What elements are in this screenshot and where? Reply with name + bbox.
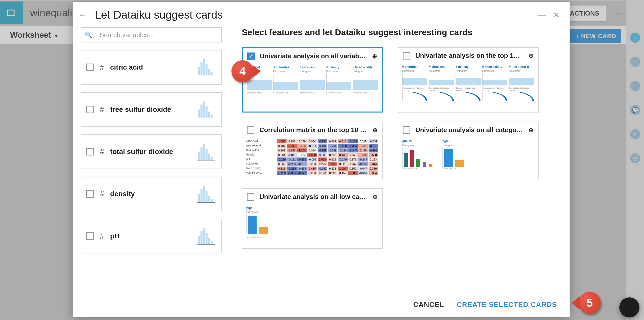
card-checkbox[interactable]: ✓: [247, 52, 255, 60]
svg-rect-21: [211, 157, 213, 160]
card-correlation-matrix[interactable]: Correlation matrix on the top 10 nu… ⊕ c…: [242, 122, 383, 179]
corr-cell: -0.060: [358, 171, 368, 175]
corr-cell: -0.206: [328, 144, 337, 148]
corr-cell: 0.532: [358, 153, 368, 157]
intercom-icon[interactable]: [619, 297, 639, 317]
corr-cell: 0.062: [328, 139, 337, 143]
corr-cell: 0.267: [348, 162, 358, 166]
corr-cell: -0.365: [348, 144, 358, 148]
corr-cell: 0.173: [348, 157, 358, 162]
magnify-icon[interactable]: ⊕: [373, 193, 378, 200]
corr-cell: 0.435: [307, 167, 317, 171]
svg-rect-26: [203, 186, 205, 202]
variable-item[interactable]: # citric acid: [81, 50, 222, 85]
variable-checkbox[interactable]: [86, 190, 94, 198]
close-icon[interactable]: ✕: [553, 11, 559, 19]
suggest-cards-modal: ← Let Dataiku suggest cards — ✕ 🔍 # citr…: [73, 2, 570, 317]
search-input[interactable]: [96, 31, 221, 39]
card-univariate-top10[interactable]: Univariate analysis on the top 10 n… ⊕ #…: [398, 47, 539, 113]
card-checkbox[interactable]: [403, 52, 410, 60]
svg-rect-13: [211, 115, 213, 118]
corr-cell: 0.267: [328, 171, 337, 175]
card-checkbox[interactable]: [247, 193, 254, 201]
minimize-icon[interactable]: —: [538, 11, 546, 19]
corr-cell: -0.251: [297, 157, 307, 162]
corr-row-header: volatile aci…: [246, 171, 276, 175]
corr-cell: 0.169: [277, 148, 287, 152]
type-icon: #: [100, 63, 104, 72]
svg-rect-4: [208, 69, 210, 75]
magnify-icon[interactable]: ⊕: [372, 53, 377, 60]
corr-cell: -0.191: [287, 157, 297, 162]
svg-rect-19: [206, 149, 208, 160]
card-checkbox[interactable]: [403, 126, 410, 134]
mini-histogram-icon: [196, 184, 216, 204]
suggestions-panel: Select features and let Dataiku suggest …: [227, 27, 562, 292]
type-icon: #: [100, 147, 104, 156]
corr-cell: 0.107: [277, 144, 287, 148]
corr-row-header: sulphates: [246, 162, 276, 166]
svg-rect-20: [208, 154, 210, 160]
svg-rect-36: [208, 238, 210, 244]
corr-cell: -0.234: [297, 167, 307, 171]
mini-histogram-icon: [196, 57, 216, 77]
variable-checkbox[interactable]: [86, 232, 94, 240]
corr-cell: -0.296: [277, 157, 287, 162]
corr-cell: -0.278: [369, 144, 378, 148]
corr-cell: 0.223: [338, 162, 347, 166]
svg-rect-5: [211, 72, 213, 75]
corr-cell: -0.166: [358, 162, 368, 166]
variable-item[interactable]: # total sulfur dioxide: [81, 134, 222, 169]
corr-cell: -0.037: [369, 139, 378, 143]
variable-checkbox[interactable]: [86, 148, 94, 155]
corr-row-header: fixed acidity: [246, 167, 276, 171]
back-arrow-icon[interactable]: ←: [78, 10, 87, 20]
modal-footer: CANCEL CREATE SELECTED CARDS: [73, 292, 570, 317]
corr-row-header: total sulfur …: [246, 148, 276, 152]
corr-row-header: pH: [246, 157, 276, 162]
create-selected-button[interactable]: CREATE SELECTED CARDS: [457, 301, 557, 309]
svg-rect-1: [200, 62, 203, 75]
svg-rect-29: [211, 199, 213, 202]
corr-cell: 0.755: [287, 148, 297, 152]
magnify-icon[interactable]: ⊕: [529, 52, 534, 59]
corr-cell: 0.015: [358, 139, 368, 143]
magnify-icon[interactable]: ⊕: [373, 127, 378, 134]
corr-cell: 1.000: [287, 144, 297, 148]
type-icon: #: [100, 232, 104, 240]
corr-cell: 0.446: [358, 148, 368, 152]
corr-cell: -0.238: [297, 162, 307, 166]
svg-rect-37: [211, 241, 213, 244]
corr-cell: 1.000: [338, 167, 347, 171]
corr-cell: -0.286: [369, 148, 378, 152]
corr-cell: 0.253: [348, 153, 358, 157]
magnify-icon[interactable]: ⊕: [529, 127, 534, 134]
corr-cell: 0.034: [307, 148, 317, 152]
corr-cell: 1.000: [318, 157, 327, 162]
svg-rect-11: [206, 106, 208, 118]
variable-item[interactable]: # free sulfur dioxide: [81, 92, 222, 127]
svg-rect-17: [200, 147, 203, 160]
svg-rect-16: [198, 152, 200, 160]
variable-item[interactable]: # pH: [81, 219, 222, 253]
card-title: Univariate analysis on all categoric…: [415, 126, 524, 134]
svg-rect-28: [208, 196, 210, 202]
card-univariate-all[interactable]: ✓ Univariate analysis on all variables ⊕…: [242, 47, 383, 113]
svg-rect-27: [206, 191, 208, 202]
type-icon: #: [100, 190, 104, 198]
variable-checkbox[interactable]: [86, 106, 94, 113]
card-checkbox[interactable]: [247, 126, 254, 134]
card-univariate-lowcard[interactable]: Univariate analysis on all low cardi… ⊕ …: [242, 188, 383, 249]
corr-cell: 0.435: [338, 153, 347, 157]
card-univariate-categorical[interactable]: Univariate analysis on all categoric… ⊕ …: [398, 122, 539, 179]
corr-cell: -0.365: [287, 171, 297, 175]
corr-cell: 0.344: [369, 162, 378, 166]
variable-name: pH: [110, 232, 190, 240]
cancel-button[interactable]: CANCEL: [413, 301, 444, 309]
callout-5: 5: [579, 292, 601, 314]
corr-cell: -0.269: [348, 139, 358, 143]
variable-item[interactable]: # density: [81, 177, 222, 211]
search-variables[interactable]: 🔍: [81, 27, 222, 42]
variable-checkbox[interactable]: [86, 64, 94, 71]
corr-cell: 0.384: [369, 171, 378, 175]
